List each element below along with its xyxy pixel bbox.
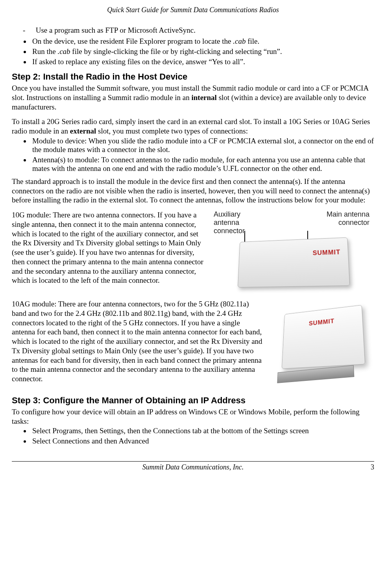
text: If asked to replace any existing files o… — [32, 58, 245, 66]
page-footer: Summit Data Communications, Inc. 3 — [12, 461, 374, 471]
running-header: Quick Start Guide for Summit Data Commun… — [12, 6, 374, 14]
radio-card-icon — [238, 237, 350, 288]
bold-internal: internal — [192, 93, 217, 102]
bullet-locate-cab: On the device, use the resident File Exp… — [31, 37, 374, 46]
bullet-replace-files: If asked to replace any existing files o… — [31, 58, 374, 66]
step2-p3: The standard approach is to install the … — [12, 177, 374, 205]
ital: .cab — [57, 47, 70, 56]
step3-p1: To configure how your device will obtain… — [12, 407, 374, 426]
step3-heading: Step 3: Configure the Manner of Obtainin… — [12, 395, 374, 406]
radio-card-icon — [282, 305, 366, 369]
step3-bullets: Select Programs, then Settings, then the… — [12, 427, 374, 445]
bullet-module-to-device: Module to device: When you slide the rad… — [31, 137, 374, 154]
figure-10ag-module — [268, 299, 374, 374]
text: file. — [246, 37, 259, 45]
footer-company: Summit Data Communications, Inc. — [24, 463, 362, 471]
ital: .cab — [233, 37, 246, 45]
step2-10ag: 10AG module: There are four antenna conn… — [12, 299, 262, 384]
bold-external: external — [70, 127, 96, 135]
bullet-select-connections: Select Connections and then Advanced — [31, 437, 374, 445]
step2-heading: Step 2: Install the Radio in the Host De… — [12, 72, 374, 82]
page-number: 3 — [362, 463, 374, 471]
text: On the device, use the resident File Exp… — [32, 37, 233, 45]
text: connector — [214, 227, 245, 235]
bullet-select-programs: Select Programs, then Settings, then the… — [31, 427, 374, 435]
text: Auxiliary — [214, 210, 245, 219]
row-10g: 10G module: There are two antenna connec… — [12, 210, 374, 293]
step2-bullets: Module to device: When you slide the rad… — [12, 137, 374, 173]
step2-10g: 10G module: There are two antenna connec… — [12, 210, 203, 285]
text: connector — [327, 219, 369, 227]
step2-p1: Once you have installed the Summit softw… — [12, 83, 374, 111]
step2-p2: To install a 20G Series radio card, simp… — [12, 117, 374, 136]
bullet-antenna-to-module: Antenna(s) to module: To connect antenna… — [31, 156, 374, 173]
sub-bullet-text: Use a program such as FTP or Microsoft A… — [36, 26, 196, 34]
text: Run the — [32, 47, 57, 56]
row-10ag: 10AG module: There are four antenna conn… — [12, 299, 374, 389]
text: file by single-clicking the file or by r… — [70, 47, 282, 56]
label-main-connector: Main antenna connector — [327, 210, 369, 235]
bullet-run-cab: Run the .cab file by single-clicking the… — [31, 47, 374, 56]
text: Main antenna — [327, 210, 369, 219]
page-content: Quick Start Guide for Summit Data Commun… — [0, 0, 386, 475]
text: antenna — [214, 219, 245, 227]
sub-bullet-ftp: Use a program such as FTP or Microsoft A… — [23, 26, 374, 35]
text: slot, you must complete two types of con… — [96, 127, 248, 135]
figure-10g-module: Auxiliary antenna connector Main antenna… — [209, 210, 374, 293]
label-aux-connector: Auxiliary antenna connector — [214, 210, 245, 235]
pre-step2-bullets: On the device, use the resident File Exp… — [12, 37, 374, 66]
